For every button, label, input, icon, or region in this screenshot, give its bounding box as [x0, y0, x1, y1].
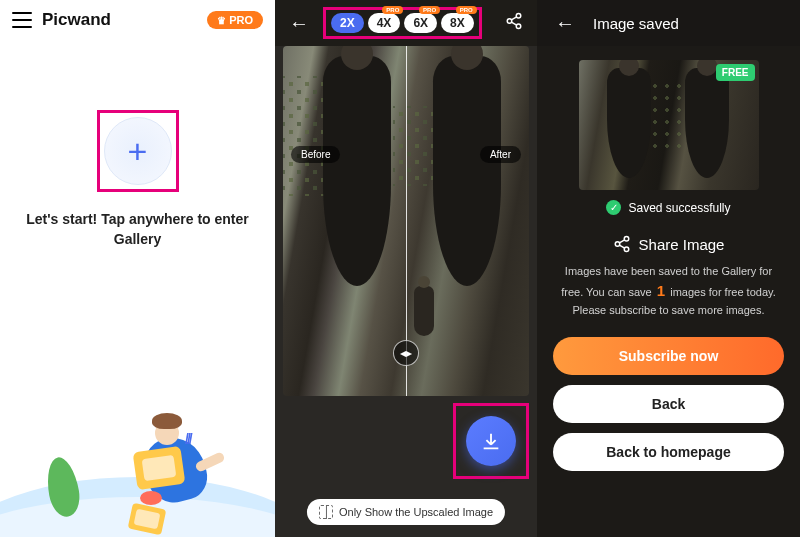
add-image-button[interactable]: +	[104, 117, 172, 185]
pro-badge[interactable]: ♛ PRO	[207, 11, 263, 29]
only-show-upscaled-button[interactable]: Only Show the Upscaled Image	[307, 499, 505, 525]
header-left: Picwand	[12, 10, 111, 30]
menu-icon[interactable]	[12, 12, 32, 28]
scale-6x-label: 6X	[413, 16, 428, 30]
header: Picwand ♛ PRO	[0, 0, 275, 40]
pro-tag: PRO	[456, 6, 477, 14]
back-label: Back	[652, 396, 685, 412]
svg-line-8	[619, 240, 624, 243]
svg-line-9	[619, 245, 624, 248]
svg-point-0	[516, 14, 521, 19]
svg-point-6	[615, 242, 620, 247]
svg-point-7	[624, 247, 629, 252]
crown-icon: ♛	[217, 15, 226, 26]
scale-8x-button[interactable]: 8X PRO	[441, 13, 474, 33]
back-icon[interactable]: ←	[551, 8, 579, 39]
svg-line-4	[511, 22, 516, 25]
scale-4x-button[interactable]: 4X PRO	[368, 13, 401, 33]
svg-point-1	[507, 19, 512, 24]
result-thumbnail: FREE	[579, 60, 759, 190]
svg-point-2	[516, 24, 521, 29]
check-icon: ✓	[606, 200, 621, 215]
scale-2x-label: 2X	[340, 16, 355, 30]
free-badge: FREE	[716, 64, 755, 81]
pro-label: PRO	[229, 14, 253, 26]
after-label: After	[480, 146, 521, 163]
compare-header: ← 2X 4X PRO 6X PRO 8X PRO	[275, 0, 537, 46]
screen-start: Picwand ♛ PRO + Let's start! Tap anywher…	[0, 0, 275, 537]
before-label: Before	[291, 146, 340, 163]
scale-6x-button[interactable]: 6X PRO	[404, 13, 437, 33]
scale-4x-label: 4X	[377, 16, 392, 30]
compare-toggle-icon	[319, 505, 333, 519]
compare-handle-icon[interactable]: ◂▸	[393, 340, 419, 366]
button-stack: Subscribe now Back Back to homepage	[537, 337, 800, 471]
back-homepage-button[interactable]: Back to homepage	[553, 433, 784, 471]
start-prompt: Let's start! Tap anywhere to enter Galle…	[0, 210, 275, 249]
page-title: Image saved	[593, 15, 679, 32]
subscribe-label: Subscribe now	[619, 348, 719, 364]
download-button[interactable]	[466, 416, 516, 466]
info-count: 1	[655, 282, 667, 299]
only-show-label: Only Show the Upscaled Image	[339, 506, 493, 518]
pro-tag: PRO	[382, 6, 403, 14]
svg-point-5	[624, 237, 629, 242]
share-title: Share Image	[639, 236, 725, 253]
app-title: Picwand	[42, 10, 111, 30]
welcome-illustration: ///	[0, 387, 275, 537]
homepage-label: Back to homepage	[606, 444, 730, 460]
back-button[interactable]: Back	[553, 385, 784, 423]
back-icon[interactable]: ←	[285, 8, 313, 39]
scale-2x-button[interactable]: 2X	[331, 13, 364, 33]
scale-8x-label: 8X	[450, 16, 465, 30]
highlight-scales: 2X 4X PRO 6X PRO 8X PRO	[323, 7, 482, 39]
subscribe-button[interactable]: Subscribe now	[553, 337, 784, 375]
saved-header: ← Image saved	[537, 0, 800, 46]
highlight-add: +	[97, 110, 179, 192]
screen-saved: ← Image saved FREE ✓ Saved successfully …	[537, 0, 800, 537]
save-info: Images have been saved to the Gallery fo…	[537, 263, 800, 319]
app-screens: Picwand ♛ PRO + Let's start! Tap anywher…	[0, 0, 800, 537]
saved-text: Saved successfully	[628, 201, 730, 215]
share-icon[interactable]	[501, 8, 527, 38]
plus-icon: +	[128, 134, 148, 168]
share-image-row[interactable]: Share Image	[537, 235, 800, 253]
saved-status: ✓ Saved successfully	[537, 200, 800, 215]
share-icon	[613, 235, 631, 253]
svg-line-3	[511, 17, 516, 20]
screen-compare: ← 2X 4X PRO 6X PRO 8X PRO	[275, 0, 537, 537]
pro-tag: PRO	[419, 6, 440, 14]
highlight-download	[453, 403, 529, 479]
download-icon	[480, 430, 502, 452]
